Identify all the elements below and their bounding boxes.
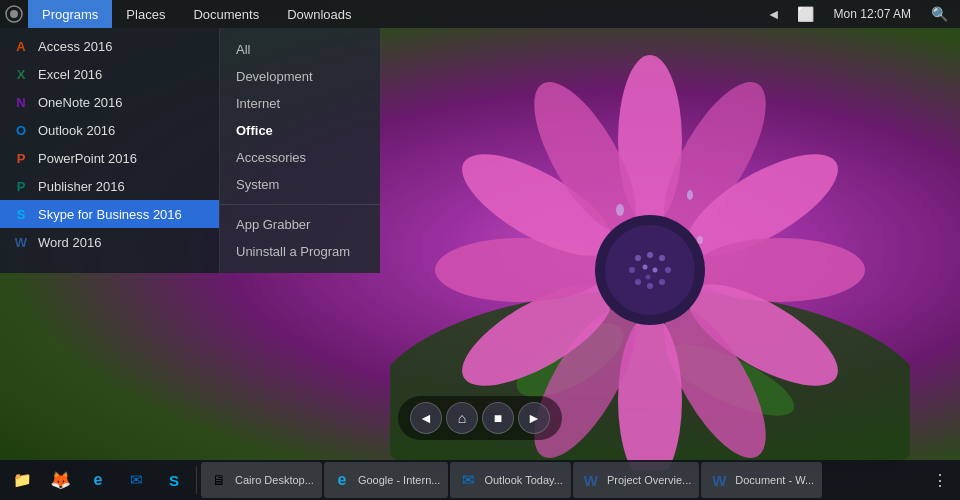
search-icon[interactable]: 🔍: [927, 4, 952, 24]
taskbar-google[interactable]: e Google - Intern...: [324, 462, 449, 498]
media-stop-button[interactable]: ■: [482, 402, 514, 434]
program-access[interactable]: A Access 2016: [0, 32, 219, 60]
svg-point-30: [697, 236, 703, 244]
svg-point-20: [665, 267, 671, 273]
svg-point-29: [687, 190, 693, 200]
window-icon[interactable]: ⬜: [793, 4, 818, 24]
program-onenote[interactable]: N OneNote 2016: [0, 88, 219, 116]
outlook-label: Outlook Today...: [484, 474, 562, 486]
categories-list: All Development Internet Office Accessor…: [220, 28, 380, 273]
category-separator: [220, 204, 380, 205]
document-icon: W: [709, 470, 729, 490]
program-excel[interactable]: X Excel 2016: [0, 60, 219, 88]
category-uninstall[interactable]: Uninstall a Program: [220, 238, 380, 265]
program-word[interactable]: W Word 2016: [0, 228, 219, 256]
back-icon[interactable]: ◄: [763, 4, 785, 24]
outlook-open-icon: ✉: [458, 470, 478, 490]
topbar: Programs Places Documents Downloads ◄ ⬜ …: [0, 0, 960, 28]
files-icon: 📁: [12, 470, 32, 490]
taskbar-skype-pin[interactable]: S: [156, 462, 192, 498]
skype-pin-icon: S: [164, 470, 184, 490]
topbar-places[interactable]: Places: [112, 0, 179, 28]
category-accessories[interactable]: Accessories: [220, 144, 380, 171]
program-outlook[interactable]: O Outlook 2016: [0, 116, 219, 144]
word-icon: W: [12, 233, 30, 251]
cairo-icon: 🖥: [209, 470, 229, 490]
menu-container: A Access 2016 X Excel 2016 N OneNote 201…: [0, 28, 380, 273]
programs-list: A Access 2016 X Excel 2016 N OneNote 201…: [0, 28, 220, 273]
svg-point-24: [629, 267, 635, 273]
more-icon: ⋮: [932, 471, 948, 490]
google-label: Google - Intern...: [358, 474, 441, 486]
clock: Mon 12:07 AM: [826, 7, 919, 21]
category-office[interactable]: Office: [220, 117, 380, 144]
google-ie-icon: e: [332, 470, 352, 490]
taskbar-cairo[interactable]: 🖥 Cairo Desktop...: [201, 462, 322, 498]
taskbar-more[interactable]: ⋮: [924, 462, 956, 498]
powerpoint-icon: P: [12, 149, 30, 167]
svg-point-27: [646, 275, 651, 280]
svg-point-16: [605, 225, 695, 315]
skype-icon: S: [12, 205, 30, 223]
category-internet[interactable]: Internet: [220, 90, 380, 117]
svg-point-28: [616, 204, 624, 216]
media-home-button[interactable]: ⌂: [446, 402, 478, 434]
project-icon: W: [581, 470, 601, 490]
topbar-left: Programs Places Documents Downloads: [0, 0, 365, 28]
category-appgrabber[interactable]: App Grabber: [220, 211, 380, 238]
cairo-label: Cairo Desktop...: [235, 474, 314, 486]
svg-point-21: [659, 279, 665, 285]
publisher-icon: P: [12, 177, 30, 195]
taskbar-separator-1: [196, 466, 197, 494]
media-controls: ◄ ⌂ ■ ►: [398, 396, 562, 440]
topbar-documents[interactable]: Documents: [179, 0, 273, 28]
program-publisher[interactable]: P Publisher 2016: [0, 172, 219, 200]
onenote-icon: N: [12, 93, 30, 111]
topbar-downloads[interactable]: Downloads: [273, 0, 365, 28]
excel-icon: X: [12, 65, 30, 83]
svg-point-23: [635, 279, 641, 285]
svg-point-18: [647, 252, 653, 258]
media-prev-button[interactable]: ◄: [410, 402, 442, 434]
outlook-icon: O: [12, 121, 30, 139]
taskbar-project[interactable]: W Project Overvie...: [573, 462, 699, 498]
media-play-button[interactable]: ►: [518, 402, 550, 434]
system-menu-icon[interactable]: [0, 0, 28, 28]
desktop: Programs Places Documents Downloads ◄ ⬜ …: [0, 0, 960, 500]
svg-point-26: [653, 268, 658, 273]
document-label: Document - W...: [735, 474, 814, 486]
category-development[interactable]: Development: [220, 63, 380, 90]
svg-point-22: [647, 283, 653, 289]
project-label: Project Overvie...: [607, 474, 691, 486]
category-system[interactable]: System: [220, 171, 380, 198]
svg-point-17: [635, 255, 641, 261]
topbar-programs[interactable]: Programs: [28, 0, 112, 28]
svg-point-32: [10, 10, 18, 18]
firefox-icon: 🦊: [50, 470, 70, 490]
taskbar-ie-pin[interactable]: e: [80, 462, 116, 498]
taskbar: 📁 🦊 e ✉ S 🖥 Cairo Desktop... e Google - …: [0, 460, 960, 500]
taskbar-outlook-pin[interactable]: ✉: [118, 462, 154, 498]
topbar-right: ◄ ⬜ Mon 12:07 AM 🔍: [763, 4, 960, 24]
ie-pin-icon: e: [88, 470, 108, 490]
taskbar-firefox[interactable]: 🦊: [42, 462, 78, 498]
taskbar-outlook-open[interactable]: ✉ Outlook Today...: [450, 462, 570, 498]
program-powerpoint[interactable]: P PowerPoint 2016: [0, 144, 219, 172]
access-icon: A: [12, 37, 30, 55]
svg-point-25: [643, 265, 648, 270]
taskbar-files[interactable]: 📁: [4, 462, 40, 498]
outlook-pin-icon: ✉: [126, 470, 146, 490]
taskbar-document[interactable]: W Document - W...: [701, 462, 822, 498]
svg-point-19: [659, 255, 665, 261]
program-skype[interactable]: S Skype for Business 2016: [0, 200, 219, 228]
category-all[interactable]: All: [220, 36, 380, 63]
